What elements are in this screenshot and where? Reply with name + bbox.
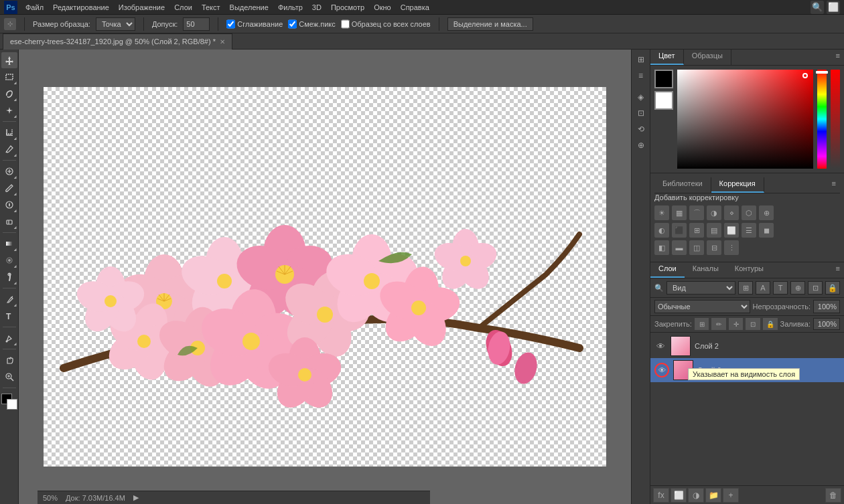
colorbalance-icon[interactable]: ⊕ <box>759 205 774 220</box>
all-layers-checkbox-label[interactable]: Образец со всех слоев <box>341 17 431 31</box>
lock-position-btn[interactable]: ✛ <box>729 318 744 330</box>
curves-icon[interactable]: ⌒ <box>689 205 704 220</box>
lock-transparent-btn[interactable]: ⊞ <box>695 318 709 330</box>
fg-bg-colors[interactable] <box>1 394 17 410</box>
add-mask-btn[interactable]: ⬜ <box>671 488 687 503</box>
layer-filter-lock[interactable]: 🔒 <box>825 281 840 295</box>
color-gradient-picker[interactable] <box>677 70 813 169</box>
layer-filter-toggle[interactable]: ⊡ <box>808 281 823 295</box>
tab-channels[interactable]: Каналы <box>685 262 727 278</box>
pen-tool[interactable] <box>1 291 17 307</box>
foreground-swatch[interactable] <box>654 70 673 88</box>
gradient-map-icon[interactable]: ▬ <box>672 240 687 255</box>
tolerance-input[interactable] <box>183 17 210 31</box>
tab-layers[interactable]: Слои <box>650 262 685 278</box>
tab-color[interactable]: Цвет <box>650 50 684 65</box>
canvas-area[interactable]: 50% Док: 7.03М/16.4М ▶ <box>19 50 631 504</box>
hand-tool[interactable] <box>1 352 17 368</box>
contiguous-checkbox-label[interactable]: Смеж.пикс <box>288 17 335 31</box>
hsl-icon[interactable]: ⬡ <box>742 205 756 220</box>
levels-icon[interactable]: ▦ <box>672 205 687 220</box>
all-layers-checkbox[interactable] <box>341 17 350 31</box>
new-layer-btn[interactable]: + <box>723 488 739 503</box>
menu-filter[interactable]: Фильтр <box>274 2 307 13</box>
lock-artboard-btn[interactable]: ⊡ <box>746 318 760 330</box>
size-select[interactable]: Точка <box>96 17 135 31</box>
menu-layers[interactable]: Слои <box>170 2 196 13</box>
heal-tool[interactable] <box>1 163 17 179</box>
dock-icon-6[interactable]: ⊕ <box>634 138 648 153</box>
layer-filter-color[interactable]: ⊕ <box>790 281 805 295</box>
tab-libraries[interactable]: Библиотеки <box>654 177 711 193</box>
opacity-input[interactable] <box>813 300 840 313</box>
menu-file[interactable]: Файл <box>21 2 48 13</box>
channelmixer-icon[interactable]: ⊞ <box>689 223 704 238</box>
dock-icon-1[interactable]: ⊞ <box>634 52 648 67</box>
new-group-btn[interactable]: 📁 <box>705 488 721 503</box>
extra1-icon[interactable]: ◫ <box>689 240 704 255</box>
fill-input[interactable] <box>813 318 840 330</box>
menu-view[interactable]: Просмотр <box>327 2 368 13</box>
extra3-icon[interactable]: ⋮ <box>724 240 739 255</box>
alpha-slider[interactable] <box>831 70 840 169</box>
layer-filter-name[interactable]: A <box>756 281 770 295</box>
menu-3d[interactable]: 3D <box>308 2 326 13</box>
posterize-icon[interactable]: ☰ <box>742 223 756 238</box>
layer-visibility-circle-0[interactable]: 👁 <box>654 363 669 377</box>
magic-wand-tool[interactable] <box>1 102 17 118</box>
correction-panel-menu[interactable]: ≡ <box>828 177 840 193</box>
eyedropper-tool[interactable] <box>1 141 17 157</box>
dock-icon-5[interactable]: ⟲ <box>634 122 648 137</box>
menu-select[interactable]: Выделение <box>226 2 273 13</box>
smooth-checkbox[interactable] <box>226 17 235 31</box>
hue-slider[interactable] <box>817 70 827 169</box>
photofilter-icon[interactable]: ⬛ <box>672 223 687 238</box>
dock-icon-3[interactable]: ◈ <box>634 90 648 104</box>
lasso-tool[interactable] <box>1 86 17 102</box>
move-tool[interactable] <box>1 52 17 68</box>
new-adjustment-btn[interactable]: ◑ <box>688 488 704 503</box>
layer-filter-select[interactable]: Вид <box>666 281 735 295</box>
zoom-tool[interactable] <box>1 369 17 385</box>
tab-paths[interactable]: Контуры <box>727 262 772 278</box>
layers-panel-menu[interactable]: ≡ <box>832 262 844 278</box>
layer-item-0[interactable]: 👁 Указывает на видимость слоя Слой 0 <box>650 358 844 382</box>
selectivecolor-icon[interactable]: ◧ <box>654 240 669 255</box>
gradient-tool[interactable] <box>1 236 17 252</box>
exposure-icon[interactable]: ◑ <box>707 205 721 220</box>
menu-edit[interactable]: Редактирование <box>49 2 113 13</box>
layer-visibility-2[interactable]: 👁 <box>654 340 666 352</box>
colortable-icon[interactable]: ▤ <box>707 223 721 238</box>
contiguous-checkbox[interactable] <box>288 17 297 31</box>
blur-tool[interactable] <box>1 252 17 268</box>
layer-filter-kind[interactable]: ⊞ <box>738 281 753 295</box>
layer-vis-area-0[interactable]: 👁 Указывает на видимость слоя <box>654 363 669 377</box>
extra2-icon[interactable]: ⊟ <box>707 240 721 255</box>
selection-mask-button[interactable]: Выделение и маска... <box>447 17 533 31</box>
smooth-checkbox-label[interactable]: Сглаживание <box>226 17 283 31</box>
menu-image[interactable]: Изображение <box>115 2 169 13</box>
path-select-tool[interactable] <box>1 330 17 346</box>
dock-icon-4[interactable]: ⊡ <box>634 106 648 120</box>
lock-image-btn[interactable]: ✏ <box>711 318 726 330</box>
brightness-icon[interactable]: ☀ <box>654 205 669 220</box>
tab-swatches[interactable]: Образцы <box>684 50 731 65</box>
search-button[interactable]: 🔍 <box>811 1 824 14</box>
tab-correction[interactable]: Коррекция <box>711 177 764 193</box>
dock-icon-2[interactable]: ≡ <box>634 68 648 83</box>
brush-tool[interactable] <box>1 180 17 196</box>
lock-all-btn[interactable]: 🔒 <box>763 318 778 330</box>
eraser-tool[interactable] <box>1 214 17 230</box>
dodge-tool[interactable] <box>1 269 17 285</box>
maximize-button[interactable]: ⬜ <box>827 1 840 14</box>
crop-tool[interactable] <box>1 124 17 141</box>
threshold-icon[interactable]: ◼ <box>759 223 774 238</box>
add-layer-style-btn[interactable]: fx <box>653 488 669 503</box>
bw-icon[interactable]: ◐ <box>654 223 669 238</box>
background-color[interactable] <box>7 399 17 410</box>
menu-text[interactable]: Текст <box>198 2 224 13</box>
rectangular-marquee-tool[interactable] <box>1 69 17 85</box>
menu-window[interactable]: Окно <box>370 2 395 13</box>
color-panel-menu[interactable]: ≡ <box>832 50 844 65</box>
layer-item-2[interactable]: 👁 Слой 2 <box>650 334 844 358</box>
